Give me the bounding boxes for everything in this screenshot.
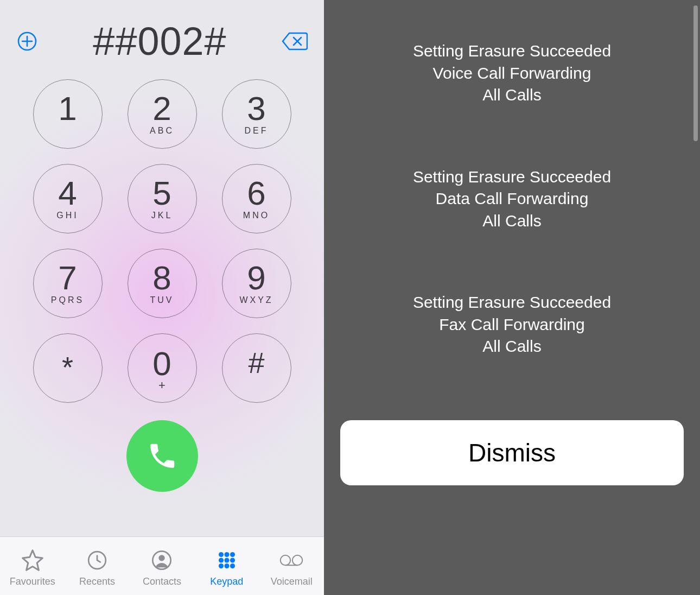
tab-label: Voicemail xyxy=(271,576,313,587)
svg-point-17 xyxy=(281,555,290,565)
tab-label: Favourites xyxy=(10,576,55,587)
svg-point-16 xyxy=(230,564,235,568)
key-digit: 4 xyxy=(58,176,77,210)
tab-keypad[interactable]: Keypad xyxy=(197,548,257,587)
tab-label: Contacts xyxy=(143,576,181,587)
tab-contacts[interactable]: Contacts xyxy=(132,548,192,587)
phone-icon xyxy=(147,440,178,472)
key-1[interactable]: 1 xyxy=(33,79,103,149)
key-4[interactable]: 4 GHI xyxy=(33,164,103,233)
backspace-icon xyxy=(282,31,308,51)
key-3[interactable]: 3 DEF xyxy=(222,79,291,149)
result-line: Fax Call Forwarding xyxy=(413,314,611,336)
result-line: Voice Call Forwarding xyxy=(413,62,611,85)
key-5[interactable]: 5 JKL xyxy=(128,164,197,233)
key-2[interactable]: 2 ABC xyxy=(128,79,197,149)
key-digit: 8 xyxy=(152,261,171,295)
svg-point-7 xyxy=(159,555,165,561)
result-message: Setting Erasure Succeeded Fax Call Forwa… xyxy=(413,292,611,358)
scrollbar-thumb-icon xyxy=(693,5,698,141)
result-line: Setting Erasure Succeeded xyxy=(413,292,611,314)
clock-icon xyxy=(86,549,108,571)
key-letters: ABC xyxy=(150,126,174,136)
key-digit: 2 xyxy=(152,92,171,125)
key-digit: * xyxy=(62,352,73,382)
tab-bar: Favourites Recents Contacts xyxy=(0,536,324,595)
key-letters: DEF xyxy=(245,126,269,136)
add-contact-button[interactable] xyxy=(15,29,39,53)
call-button[interactable] xyxy=(126,420,198,492)
key-letters: JKL xyxy=(151,211,173,221)
dialed-number-display: ##002# xyxy=(39,19,281,64)
star-icon xyxy=(21,548,44,572)
svg-point-8 xyxy=(219,552,224,557)
ussd-result-screen: Setting Erasure Succeeded Voice Call For… xyxy=(324,0,700,595)
result-line: Data Call Forwarding xyxy=(413,188,611,210)
delete-button[interactable] xyxy=(281,29,309,53)
key-letters: PQRS xyxy=(51,296,84,306)
key-0[interactable]: 0 + xyxy=(128,333,197,403)
key-6[interactable]: 6 MNO xyxy=(222,164,291,233)
dialer-header: ##002# xyxy=(0,0,324,65)
key-digit: 9 xyxy=(247,261,265,295)
phone-dialer-screen: ##002# 1 2 ABC 3 DEF xyxy=(0,0,324,595)
key-digit: 5 xyxy=(152,176,171,210)
keypad-dots-icon xyxy=(215,549,238,572)
dismiss-button[interactable]: Dismiss xyxy=(340,420,684,485)
key-digit: 1 xyxy=(58,92,77,125)
result-message: Setting Erasure Succeeded Data Call Forw… xyxy=(413,166,611,232)
tab-label: Recents xyxy=(79,576,115,587)
keypad: 1 2 ABC 3 DEF 4 GHI 5 JKL 6 MNO xyxy=(0,65,324,492)
tab-favourites[interactable]: Favourites xyxy=(3,548,62,587)
tab-voicemail[interactable]: Voicemail xyxy=(262,548,321,587)
key-letters: TUV xyxy=(150,296,174,306)
svg-point-14 xyxy=(219,564,224,568)
key-hash[interactable]: # xyxy=(222,333,291,403)
result-line: All Calls xyxy=(413,84,611,106)
result-message: Setting Erasure Succeeded Voice Call For… xyxy=(413,40,611,106)
svg-point-10 xyxy=(230,552,235,557)
key-star[interactable]: * xyxy=(33,333,103,403)
dismiss-label: Dismiss xyxy=(468,438,556,467)
key-digit: 6 xyxy=(247,176,265,210)
scrollbar[interactable] xyxy=(693,5,698,141)
result-line: All Calls xyxy=(413,336,611,358)
key-9[interactable]: 9 WXYZ xyxy=(222,249,291,318)
svg-point-9 xyxy=(224,552,229,557)
result-messages: Setting Erasure Succeeded Voice Call For… xyxy=(324,0,700,358)
key-digit: 3 xyxy=(247,92,265,125)
key-digit: 0 xyxy=(152,347,171,381)
svg-point-15 xyxy=(224,564,229,568)
result-line: All Calls xyxy=(413,210,611,232)
plus-circle-icon xyxy=(16,30,38,52)
contact-silhouette-icon xyxy=(151,549,173,571)
svg-point-12 xyxy=(224,558,229,562)
voicemail-icon xyxy=(279,552,304,568)
tab-recents[interactable]: Recents xyxy=(67,548,127,587)
result-line: Setting Erasure Succeeded xyxy=(413,40,611,62)
result-line: Setting Erasure Succeeded xyxy=(413,166,611,188)
key-7[interactable]: 7 PQRS xyxy=(33,249,103,318)
key-sub: + xyxy=(158,379,166,389)
svg-point-13 xyxy=(230,558,235,562)
key-letters: MNO xyxy=(243,211,270,221)
key-digit: # xyxy=(248,348,264,377)
tab-label: Keypad xyxy=(210,576,243,587)
svg-point-18 xyxy=(292,555,302,565)
key-8[interactable]: 8 TUV xyxy=(128,249,197,318)
key-letters: GHI xyxy=(56,211,78,221)
svg-point-11 xyxy=(219,558,224,562)
key-digit: 7 xyxy=(58,261,77,295)
key-letters: WXYZ xyxy=(239,296,273,306)
